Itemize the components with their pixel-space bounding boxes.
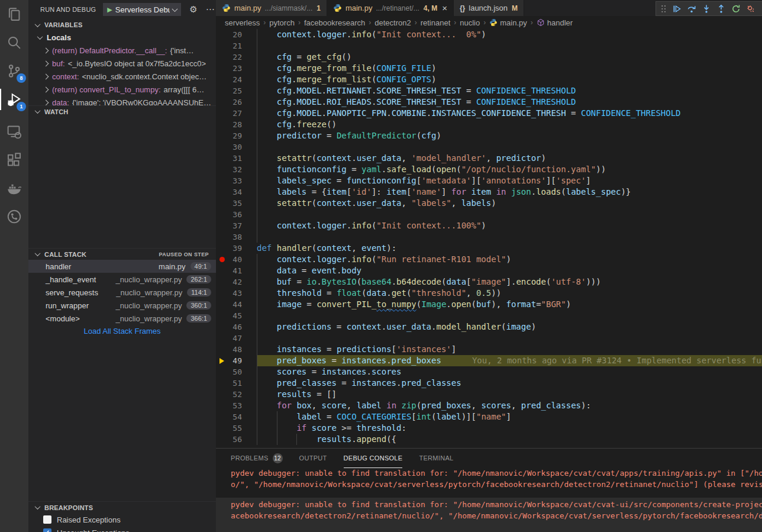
panel-tab-problems[interactable]: PROBLEMS12 — [231, 449, 283, 468]
line-number[interactable]: 35 — [224, 198, 242, 209]
line-number[interactable]: 34 — [224, 186, 242, 198]
line-number[interactable]: 46 — [224, 321, 242, 333]
breadcrumb-item[interactable]: facebookresearch — [304, 18, 365, 27]
line-number[interactable]: 42 — [224, 276, 242, 288]
gear-icon[interactable]: ⚙ — [189, 4, 197, 15]
line-number[interactable]: 27 — [224, 108, 242, 119]
console-message-block[interactable]: pydev debugger: unable to find translati… — [216, 498, 762, 532]
line-number[interactable]: 43 — [224, 288, 242, 299]
line-number[interactable]: 22 — [224, 51, 242, 63]
code-line[interactable]: 47 — [216, 333, 762, 344]
step-over-button[interactable] — [684, 2, 699, 15]
code-line[interactable]: 20 context.logger.info("Init context... … — [216, 29, 762, 40]
breadcrumb-item[interactable]: nuclio — [460, 18, 480, 27]
variables-section-header[interactable]: VARIABLES — [28, 19, 216, 31]
line-number[interactable]: 25 — [224, 85, 242, 96]
activity-item-remote-explorer[interactable] — [0, 117, 28, 146]
line-number[interactable]: 53 — [224, 400, 242, 411]
line-number[interactable]: 37 — [224, 220, 242, 231]
code-line[interactable]: 36 — [216, 209, 762, 220]
editor-tab[interactable]: main.py.../retinanet/...4, M× — [327, 0, 454, 16]
code-line[interactable]: 21 — [216, 40, 762, 51]
activity-item-test-explorer[interactable] — [0, 202, 28, 231]
code-editor[interactable]: 20 context.logger.info("Init context... … — [216, 29, 762, 448]
checkbox[interactable] — [43, 515, 51, 524]
restart-button[interactable] — [728, 2, 743, 15]
code-line[interactable]: 34 labels = {item['id']: item['name'] fo… — [216, 186, 762, 198]
variable-row[interactable]: (return) DefaultPredictor.__call__:{'ins… — [28, 44, 216, 57]
code-line[interactable]: 27 cfg.MODEL.PANOPTIC_FPN.COMBINE.INSTAN… — [216, 108, 762, 119]
stack-frame-row[interactable]: run_wrapper_nuclio_wrapper.py360:1 — [28, 299, 216, 312]
line-number[interactable]: 21 — [224, 40, 242, 51]
code-line[interactable]: 26 cfg.MODEL.ROI_HEADS.SCORE_THRESH_TEST… — [216, 96, 762, 108]
code-line[interactable]: 39def handler(context, event): — [216, 243, 762, 254]
breadcrumb-item[interactable]: handler — [537, 18, 573, 27]
line-number[interactable]: 48 — [224, 344, 242, 355]
activity-item-search[interactable] — [0, 28, 28, 57]
breakpoints-section-header[interactable]: BREAKPOINTS — [28, 501, 216, 513]
code-line[interactable]: 25 cfg.MODEL.RETINANET.SCORE_THRESH_TEST… — [216, 85, 762, 96]
watch-section-header[interactable]: WATCH — [28, 105, 216, 117]
line-number[interactable]: 30 — [224, 141, 242, 153]
breadcrumb-item[interactable]: detectron2 — [374, 18, 411, 27]
breadcrumb-item[interactable]: retinanet — [421, 18, 451, 27]
line-number[interactable]: 24 — [224, 74, 242, 85]
stack-frame-row[interactable]: handlermain.py49:1 — [28, 260, 216, 273]
code-line[interactable]: 42 buf = io.BytesIO(base64.b64decode(dat… — [216, 276, 762, 288]
load-all-stack-frames-link[interactable]: Load All Stack Frames — [28, 325, 216, 338]
breakpoint-row[interactable]: ✓Uncaught Exceptions — [28, 526, 216, 532]
code-line[interactable]: 29 predictor = DefaultPredictor(cfg) — [216, 130, 762, 141]
code-line[interactable]: 44 image = convert_PIL_to_numpy(Image.op… — [216, 299, 762, 310]
line-number[interactable]: 52 — [224, 389, 242, 400]
code-line[interactable]: 31 setattr(context.user_data, 'model_han… — [216, 153, 762, 164]
call-stack-section-header[interactable]: CALL STACK PAUSED ON STEP — [28, 248, 216, 260]
stack-frame-row[interactable]: serve_requests_nuclio_wrapper.py114:1 — [28, 286, 216, 299]
code-line[interactable]: 52 results = [] — [216, 389, 762, 400]
line-number[interactable]: 56 — [224, 434, 242, 445]
line-number[interactable]: 31 — [224, 153, 242, 164]
more-actions-icon[interactable]: ⋯ — [206, 4, 215, 15]
line-number[interactable]: 39 — [224, 243, 242, 254]
checkbox[interactable]: ✓ — [43, 528, 51, 532]
step-out-button[interactable] — [713, 2, 728, 15]
panel-tab-debug-console[interactable]: DEBUG CONSOLE — [344, 449, 403, 468]
variable-row[interactable]: data:{'image': 'iVBORw0KGgoAAAANSUhE… — [28, 96, 216, 105]
code-line[interactable]: 41 data = event.body — [216, 265, 762, 276]
line-number[interactable]: 29 — [224, 130, 242, 141]
variable-row[interactable]: (return) convert_PIL_to_numpy:array([[[ … — [28, 83, 216, 96]
editor-tab[interactable]: main.py.../siammask/...1 — [216, 0, 327, 16]
breadcrumb-item[interactable]: pytorch — [269, 18, 295, 27]
stack-frame-row[interactable]: _handle_event_nuclio_wrapper.py262:1 — [28, 273, 216, 286]
code-line[interactable]: 45 — [216, 310, 762, 321]
continue-button[interactable] — [669, 2, 684, 15]
stack-frame-row[interactable]: <module>_nuclio_wrapper.py366:1 — [28, 312, 216, 325]
disconnect-button[interactable] — [743, 2, 758, 15]
code-line[interactable]: 53 for box, score, label in zip(pred_box… — [216, 400, 762, 411]
code-line[interactable]: 23 cfg.merge_from_file(CONFIG_FILE) — [216, 63, 762, 74]
panel-tab-terminal[interactable]: TERMINAL — [419, 449, 453, 468]
variable-row[interactable]: context:<nuclio_sdk.context.Context obje… — [28, 70, 216, 83]
code-line[interactable]: 54 label = COCO_CATEGORIES[int(label)]["… — [216, 411, 762, 423]
code-line[interactable]: 51 pred_classes = instances.pred_classes — [216, 378, 762, 389]
code-line[interactable]: 38 — [216, 231, 762, 243]
activity-item-extensions[interactable] — [0, 146, 28, 174]
line-number[interactable]: 33 — [224, 175, 242, 186]
line-number[interactable]: 55 — [224, 423, 242, 434]
line-number[interactable]: 23 — [224, 63, 242, 74]
code-line[interactable]: 56 results.append({ — [216, 434, 762, 445]
line-number[interactable]: 45 — [224, 310, 242, 321]
code-line[interactable]: 30 — [216, 141, 762, 153]
activity-item-source-control[interactable]: 8 — [0, 57, 28, 85]
console-message-block[interactable]: pydev debugger: unable to find translati… — [216, 466, 762, 491]
variables-scope-locals[interactable]: Locals — [28, 31, 216, 44]
activity-item-explorer[interactable] — [0, 0, 28, 28]
code-line[interactable]: 37 context.logger.info("Init context...1… — [216, 220, 762, 231]
panel-tab-output[interactable]: OUTPUT — [299, 449, 327, 468]
breakpoint-row[interactable]: Raised Exceptions — [28, 513, 216, 526]
editor-tab[interactable]: {}launch.jsonM — [454, 0, 524, 16]
code-line[interactable]: 43 threshold = float(data.get("threshold… — [216, 288, 762, 299]
variable-row[interactable]: buf:<_io.BytesIO object at 0x7f5a2dc1ecc… — [28, 57, 216, 70]
code-line[interactable]: 40 context.logger.info("Run retinanet-R1… — [216, 254, 762, 265]
code-line[interactable]: 33 labels_spec = functionconfig['metadat… — [216, 175, 762, 186]
code-line[interactable]: 55 if score >= threshold: — [216, 423, 762, 434]
